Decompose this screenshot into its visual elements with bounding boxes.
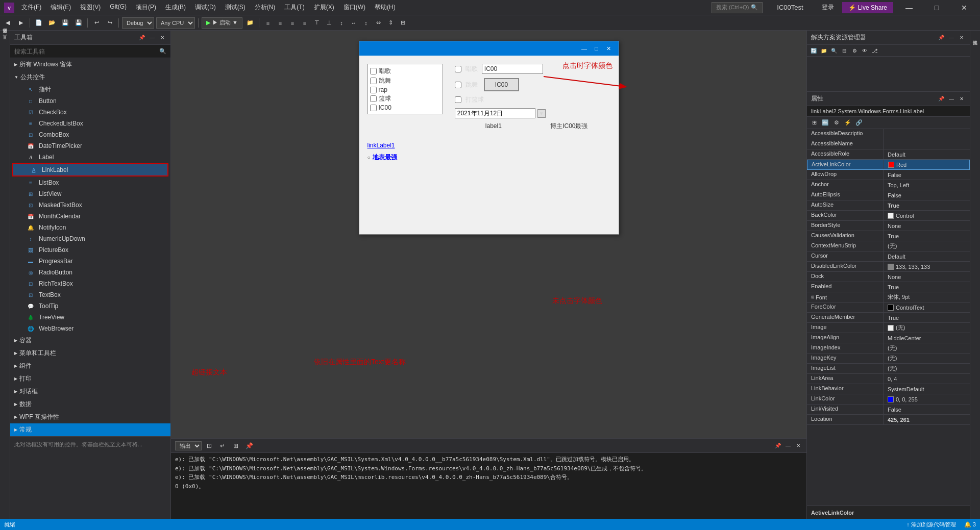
toolbar-open-folder[interactable]: 📁 (244, 17, 256, 29)
minimize-button[interactable]: — (897, 0, 921, 15)
sol-sync[interactable]: 🔄 (809, 46, 818, 55)
prop-imageindex[interactable]: ImageIndex (无) (807, 343, 970, 354)
align-left[interactable]: ≡ (262, 17, 274, 29)
prop-disabled-link-color[interactable]: DisabledLinkColor 133, 133, 133 (807, 262, 970, 272)
toolbox-auto-hide[interactable]: — (148, 34, 156, 42)
output-pin2[interactable]: 📌 (243, 440, 255, 451)
sol-auto-hide[interactable]: — (947, 34, 955, 42)
toolbar-save-all[interactable]: 💾 (73, 17, 84, 29)
checkbox-3[interactable] (370, 95, 377, 102)
combo-select[interactable]: IC00 唱歌 跳舞 rap (482, 64, 543, 74)
prop-dock[interactable]: Dock None (807, 272, 970, 282)
menu-edit[interactable]: 编辑(E) (46, 1, 75, 14)
prop-contextmenustrip[interactable]: ContextMenuStrip (无) (807, 241, 970, 251)
combo-checkbox[interactable] (455, 66, 461, 72)
props-pin[interactable]: 📌 (937, 95, 945, 103)
add-to-source[interactable]: ↑ 添加到源代码管理 (906, 521, 956, 528)
output-pin[interactable]: 📌 (774, 442, 782, 450)
align-middle[interactable]: ⊥ (324, 17, 335, 29)
menu-project[interactable]: 项目(P) (132, 1, 160, 14)
tool-button[interactable]: □ Button (10, 95, 170, 107)
section-containers[interactable]: ▶ 容器 (10, 334, 170, 347)
toolbar-undo[interactable]: ↩ (91, 17, 102, 29)
toolbar-new[interactable]: 📄 (33, 17, 44, 29)
radio-checkbox[interactable] (455, 96, 461, 103)
prop-linkcolor[interactable]: LinkColor 0, 0, 255 (807, 394, 970, 405)
menu-test[interactable]: 测试(S) (221, 1, 250, 14)
toolbox-search-input[interactable] (14, 48, 157, 55)
tool-maskedtextbox[interactable]: ⊡ MaskedTextBox (10, 199, 170, 211)
sol-close[interactable]: ✕ (958, 34, 966, 42)
toolbar-back[interactable]: ◀ (2, 17, 13, 29)
prop-linkbehavior[interactable]: LinkBehavior SystemDefault (807, 384, 970, 394)
align-bottom[interactable]: ↕ (336, 17, 347, 29)
section-dialogs[interactable]: ▶ 对话框 (10, 385, 170, 398)
prop-anchor[interactable]: Anchor Top, Left (807, 180, 970, 190)
tool-notifyicon[interactable]: 🔔 NotifyIcon (10, 222, 170, 233)
start-button[interactable]: ▶ ▶ 启动 ▼ (202, 17, 242, 29)
section-print[interactable]: ▶ 打印 (10, 372, 170, 385)
section-wpf[interactable]: ▶ WPF 互操作性 (10, 411, 170, 423)
tool-listbox[interactable]: ≡ ListBox (10, 177, 170, 188)
sol-pin[interactable]: 📌 (937, 34, 945, 42)
same-height[interactable]: ⇕ (385, 17, 396, 29)
distribute-h[interactable]: ↔ (348, 17, 359, 29)
prop-imagekey[interactable]: ImageKey (无) (807, 354, 970, 364)
prop-cursor[interactable]: Cursor Default (807, 251, 970, 262)
prop-allowdrop[interactable]: AllowDrop False (807, 170, 970, 180)
tool-checkbox[interactable]: ☑ CheckBox (10, 107, 170, 118)
props-auto-hide[interactable]: — (947, 95, 955, 103)
form-maximize[interactable]: □ (591, 44, 602, 53)
tool-pointer[interactable]: ↖ 指针 (10, 84, 170, 95)
tool-label[interactable]: A Label (10, 152, 170, 163)
prop-borderstyle[interactable]: BorderStyle None (807, 221, 970, 231)
props-alphabetical[interactable]: 🔤 (820, 118, 830, 128)
checkbox-2[interactable] (370, 87, 377, 93)
align-justify[interactable]: ≡ (299, 17, 310, 29)
sol-git[interactable]: ⎇ (870, 46, 879, 55)
tool-webbrowser[interactable]: 🌐 WebBrowser (10, 323, 170, 334)
designer-surface[interactable]: — □ ✕ 唱歌 跳舞 (171, 31, 806, 438)
ic00-button[interactable]: IC00 (484, 78, 519, 91)
sol-show-all[interactable]: 📁 (819, 46, 828, 55)
tool-listview[interactable]: ⊞ ListView (10, 188, 170, 199)
linklabel2[interactable]: 地表最强 (373, 153, 397, 162)
checked-listbox[interactable]: 唱歌 跳舞 rap 篮球 (368, 64, 443, 114)
section-all-windows[interactable]: ▶ 所有 Windows 窗体 (10, 58, 170, 71)
menu-debug[interactable]: 调试(D) (191, 1, 220, 14)
tool-progressbar[interactable]: ▬ ProgressBar (10, 256, 170, 267)
tool-numericupdown[interactable]: ↕ NumericUpDown (10, 233, 170, 244)
toolbar-redo[interactable]: ↪ (104, 17, 115, 29)
login-button[interactable]: 登录 (818, 1, 838, 14)
tab-order[interactable]: ⊞ (397, 17, 408, 29)
platform-select[interactable]: Any CPU (156, 17, 195, 29)
menu-file[interactable]: 文件(F) (17, 1, 45, 14)
prop-imagelist[interactable]: ImageList (无) (807, 364, 970, 374)
form-minimize[interactable]: — (579, 44, 590, 53)
toolbar-save[interactable]: 💾 (60, 17, 71, 29)
prop-enabled[interactable]: Enabled True (807, 282, 970, 292)
sol-filter[interactable]: 🔍 (829, 46, 839, 55)
tool-combobox[interactable]: ⊡ ComboBox (10, 129, 170, 140)
check2-checkbox[interactable] (455, 82, 461, 88)
menu-window[interactable]: 窗口(W) (339, 1, 370, 14)
menu-build[interactable]: 生成(B) (161, 1, 190, 14)
tool-treeview[interactable]: 🌲 TreeView (10, 312, 170, 323)
prop-autoellipsis[interactable]: AutoEllipsis False (807, 190, 970, 200)
output-close[interactable]: ✕ (794, 442, 802, 450)
tool-linklabel[interactable]: A LinkLabel (13, 164, 167, 175)
prop-generatemember[interactable]: GenerateMember True (807, 313, 970, 323)
section-data[interactable]: ▶ 数据 (10, 398, 170, 411)
output-word-wrap[interactable]: ↵ (217, 440, 228, 451)
linklabel1[interactable]: linkLabel1 (368, 142, 395, 149)
prop-accessible-desc[interactable]: AccessibleDescriptio (807, 129, 970, 139)
sol-preview[interactable]: 👁 (860, 46, 869, 55)
prop-active-link-color[interactable]: ActiveLinkColor Red (807, 160, 970, 170)
prop-linkarea[interactable]: LinkArea 0, 4 (807, 374, 970, 384)
vtab-right-1[interactable]: 属性 (971, 35, 979, 39)
restore-button[interactable]: □ (925, 0, 948, 15)
menu-git[interactable]: Git(G) (106, 1, 131, 14)
prop-forecolor[interactable]: ForeColor ControlText (807, 302, 970, 313)
form-close[interactable]: ✕ (603, 44, 615, 53)
prop-font[interactable]: ⊞ Font 宋体, 9pt (807, 292, 970, 302)
